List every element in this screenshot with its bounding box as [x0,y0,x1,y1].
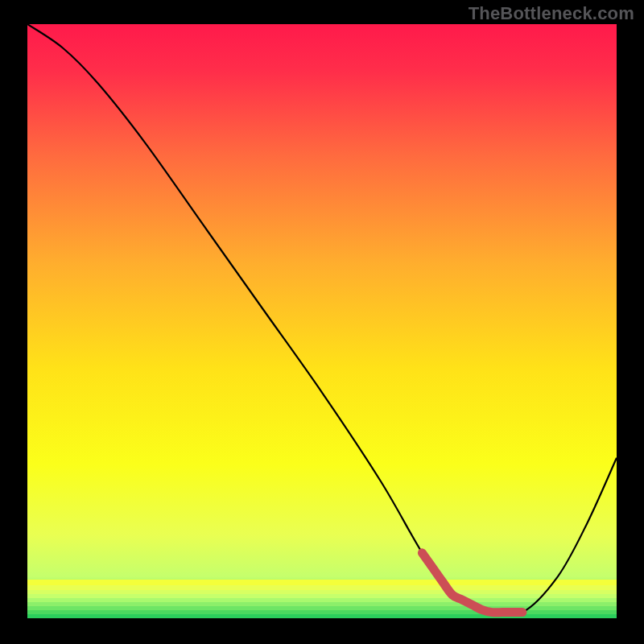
plot-area [27,24,617,618]
watermark-text: TheBottleneck.com [469,3,634,24]
chart-stage: TheBottleneck.com [0,0,644,644]
optimal-range-accent [27,24,617,618]
